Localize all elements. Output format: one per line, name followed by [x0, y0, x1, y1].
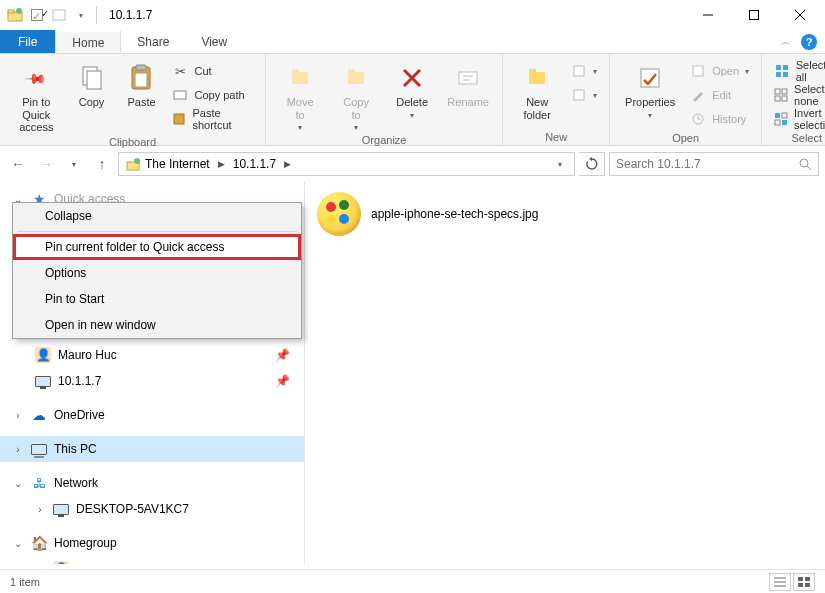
qat-newfolder-icon[interactable] [50, 6, 68, 24]
tree-item-ip[interactable]: 10.1.1.7 📌 [0, 368, 304, 394]
new-folder-button[interactable]: New folder [511, 58, 563, 121]
file-item[interactable]: apple-iphone-se-tech-specs.jpg [317, 192, 813, 236]
qat-properties-icon[interactable]: ✓ [28, 6, 46, 24]
breadcrumb-root[interactable]: The Internet [121, 153, 214, 175]
view-large-icons-button[interactable] [793, 573, 815, 591]
scissors-icon: ✂ [172, 63, 188, 79]
paste-label: Paste [127, 96, 155, 109]
tree-onedrive[interactable]: › ☁ OneDrive [0, 402, 304, 428]
ctx-pin-to-start[interactable]: Pin to Start [13, 286, 301, 312]
ctx-open-new-window[interactable]: Open in new window [13, 312, 301, 338]
ctx-pin-to-quick-access[interactable]: Pin current folder to Quick access [13, 234, 301, 260]
svg-rect-1 [8, 10, 14, 13]
pin-label: Pin to Quick access [8, 96, 65, 134]
chevron-down-icon[interactable]: ⌄ [12, 478, 24, 489]
ctx-separator [17, 231, 297, 232]
svg-rect-36 [782, 120, 787, 125]
copy-path-button[interactable]: Copy path [168, 84, 257, 106]
move-to-button[interactable]: Move to ▾ [274, 58, 326, 132]
new-item-button[interactable]: ▾ [567, 60, 601, 82]
delete-button[interactable]: Delete ▾ [386, 58, 438, 120]
open-button[interactable]: Open ▾ [686, 60, 753, 82]
address-dropdown[interactable]: ▾ [548, 152, 572, 176]
up-button[interactable]: ↑ [90, 152, 114, 176]
group-organize: Move to ▾ Copy to ▾ Delete ▾ Rename Orga… [266, 54, 503, 145]
tree-network-desktop[interactable]: › DESKTOP-5AV1KC7 [0, 496, 304, 522]
invert-selection-button[interactable]: Invert selection [770, 108, 825, 130]
window-title: 10.1.1.7 [103, 8, 152, 22]
view-details-button[interactable] [769, 573, 791, 591]
tab-view[interactable]: View [185, 30, 243, 53]
group-clipboard: 📌 Pin to Quick access Copy Paste ✂Cut Co… [0, 54, 266, 145]
pin-to-quick-access-button[interactable]: 📌 Pin to Quick access [8, 58, 65, 134]
chevron-right-icon[interactable]: › [34, 564, 46, 565]
cut-button[interactable]: ✂Cut [168, 60, 257, 82]
tab-home[interactable]: Home [55, 30, 121, 53]
select-none-button[interactable]: Select none [770, 84, 825, 106]
svg-rect-12 [135, 73, 147, 87]
select-none-icon [774, 87, 788, 103]
copy-to-icon [340, 62, 372, 94]
history-button[interactable]: History [686, 108, 753, 130]
breadcrumb-sep-icon[interactable]: ▶ [282, 159, 293, 169]
paste-button[interactable]: Paste [119, 58, 165, 109]
forward-button[interactable]: → [34, 152, 58, 176]
file-pane[interactable]: apple-iphone-se-tech-specs.jpg [305, 182, 825, 564]
rename-button[interactable]: Rename [442, 58, 494, 109]
search-box[interactable] [609, 152, 819, 176]
ctx-options[interactable]: Options [13, 260, 301, 286]
copy-button[interactable]: Copy [69, 58, 115, 109]
address-bar[interactable]: The Internet ▶ 10.1.1.7 ▶ ▾ [118, 152, 575, 176]
chevron-right-icon[interactable]: › [12, 444, 24, 455]
group-label-clipboard: Clipboard [8, 134, 257, 150]
tree-network[interactable]: ⌄ 🖧 Network [0, 470, 304, 496]
back-button[interactable]: ← [6, 152, 30, 176]
edit-icon [690, 87, 706, 103]
svg-point-39 [800, 159, 808, 167]
ctx-collapse[interactable]: Collapse [13, 203, 301, 229]
move-to-icon [284, 62, 316, 94]
group-open: Properties ▾ Open ▾ Edit History Open [610, 54, 762, 145]
copy-to-button[interactable]: Copy to ▾ [330, 58, 382, 132]
close-button[interactable] [777, 0, 823, 30]
svg-rect-31 [775, 96, 780, 101]
chevron-down-icon[interactable]: ⌄ [12, 538, 24, 549]
paste-shortcut-button[interactable]: Paste shortcut [168, 108, 257, 130]
qat-dropdown-icon[interactable]: ▾ [72, 6, 90, 24]
svg-rect-17 [459, 72, 477, 84]
properties-button[interactable]: Properties ▾ [618, 58, 682, 120]
svg-rect-21 [574, 90, 584, 100]
breadcrumb-item[interactable]: 10.1.1.7 [229, 153, 280, 175]
tab-file[interactable]: File [0, 30, 55, 53]
svg-rect-27 [776, 72, 781, 77]
help-icon[interactable]: ? [801, 34, 817, 50]
maximize-button[interactable] [731, 0, 777, 30]
minimize-button[interactable] [685, 0, 731, 30]
refresh-button[interactable] [579, 152, 605, 176]
open-icon [690, 63, 706, 79]
select-all-button[interactable]: Select all [770, 60, 825, 82]
cloud-icon: ☁ [30, 406, 48, 424]
history-icon [690, 111, 706, 127]
edit-button[interactable]: Edit [686, 84, 753, 106]
tree-this-pc[interactable]: › This PC [0, 436, 304, 462]
file-name: apple-iphone-se-tech-specs.jpg [371, 207, 538, 221]
svg-rect-32 [782, 96, 787, 101]
tree-item-mauro[interactable]: 👤 Mauro Huc 📌 [0, 342, 304, 368]
group-new: New folder ▾ ▾ New [503, 54, 610, 145]
recent-dropdown[interactable]: ▾ [62, 152, 86, 176]
chevron-right-icon[interactable]: › [34, 504, 46, 515]
tree-homegroup-mauro[interactable]: › 👤 Mauro Huc [0, 556, 304, 564]
tab-share[interactable]: Share [121, 30, 185, 53]
search-input[interactable] [616, 157, 792, 171]
tree-homegroup[interactable]: ⌄ 🏠 Homegroup [0, 530, 304, 556]
svg-rect-45 [805, 577, 810, 581]
pc-icon [30, 440, 48, 458]
breadcrumb-sep-icon[interactable]: ▶ [216, 159, 227, 169]
easy-access-button[interactable]: ▾ [567, 84, 601, 106]
context-menu: Collapse Pin current folder to Quick acc… [12, 202, 302, 339]
new-folder-icon [521, 62, 553, 94]
chevron-right-icon[interactable]: › [12, 410, 24, 421]
ribbon: 📌 Pin to Quick access Copy Paste ✂Cut Co… [0, 54, 825, 146]
collapse-ribbon-icon[interactable]: ︿ [781, 35, 791, 49]
